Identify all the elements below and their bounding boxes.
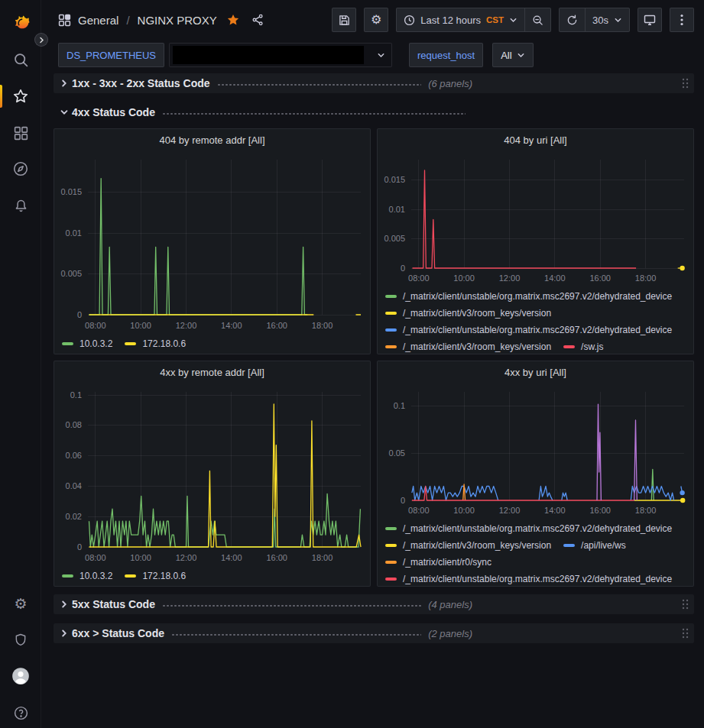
row-1xx-3xx-2xx-status-code[interactable]: 1xx - 3xx - 2xx Status Code (6 panels)	[54, 73, 694, 93]
kebab-menu-button[interactable]	[670, 8, 694, 32]
share-icon[interactable]	[251, 14, 264, 26]
drag-handle-icon[interactable]	[682, 599, 689, 613]
sidebar-item-help[interactable]	[0, 699, 41, 726]
legend-item[interactable]: /_matrix/client/v3/room_keys/version	[385, 338, 551, 354]
panel-header[interactable]: 4xx by remote addr [All]	[54, 361, 370, 383]
sidebar-item-dashboards[interactable]	[0, 119, 41, 147]
panel-header[interactable]: 4xx by uri [All]	[378, 361, 693, 383]
legend-item[interactable]: 10.0.3.2	[62, 568, 112, 584]
legend-series-color	[62, 342, 73, 345]
dashboards-grid-icon	[13, 125, 29, 141]
legend-series-color	[125, 342, 136, 345]
legend-item[interactable]: 172.18.0.6	[125, 568, 186, 584]
legend-item[interactable]: /_matrix/client/unstable/org.matrix.msc2…	[385, 520, 672, 537]
sidebar-item-server-admin[interactable]	[0, 626, 41, 654]
row-dotted-filler	[162, 604, 421, 607]
sidebar-item-starred[interactable]	[0, 83, 41, 110]
svg-text:16:00: 16:00	[266, 553, 287, 562]
row-6xx-status-code[interactable]: 6xx > Status Code (2 panels)	[54, 623, 694, 643]
panel-3: 4xx by uri [All] 00.050.108:0010:0012:00…	[377, 361, 694, 587]
svg-text:08:00: 08:00	[85, 321, 106, 330]
settings-gear-icon: ⚙	[371, 14, 381, 26]
svg-text:10:00: 10:00	[453, 506, 475, 515]
variable-value: All	[501, 50, 511, 61]
drag-handle-icon[interactable]	[682, 78, 689, 92]
chevron-down-icon	[614, 16, 622, 24]
breadcrumb-folder[interactable]: General	[78, 14, 118, 27]
time-range-picker[interactable]: Last 12 hours CST	[397, 8, 524, 31]
refresh-interval-picker[interactable]: 30s	[585, 8, 629, 31]
legend-series-label: /_matrix/client/unstable/org.matrix.msc2…	[403, 325, 672, 335]
dashboard-settings-button[interactable]: ⚙	[364, 8, 388, 32]
svg-text:0.005: 0.005	[60, 269, 82, 278]
row-panel-count: (2 panels)	[428, 628, 472, 639]
svg-text:18:00: 18:00	[635, 273, 657, 283]
save-icon	[339, 15, 350, 26]
time-picker-group: Last 12 hours CST	[396, 8, 551, 32]
variable-select-ds-prometheus[interactable]	[169, 43, 392, 67]
timezone-label: CST	[486, 15, 504, 24]
legend-series-color	[563, 345, 575, 348]
sidebar-item-alerting[interactable]	[0, 192, 41, 219]
tv-monitor-icon	[644, 14, 656, 26]
drag-handle-icon[interactable]	[682, 628, 689, 642]
legend-item[interactable]: /_matrix/client/unstable/org.matrix.msc2…	[385, 288, 672, 305]
chevron-down-icon	[509, 16, 517, 24]
chart-legend: /_matrix/client/unstable/org.matrix.msc2…	[378, 286, 693, 354]
variable-select-request-host[interactable]: All	[492, 43, 533, 67]
chevron-right-icon	[60, 79, 69, 88]
panel-header[interactable]: 404 by remote addr [All]	[54, 129, 370, 150]
svg-text:12:00: 12:00	[176, 321, 197, 330]
chevron-down-icon	[517, 51, 525, 60]
legend-item[interactable]: /_matrix/client/unstable/org.matrix.msc2…	[385, 322, 672, 338]
svg-text:16:00: 16:00	[589, 506, 611, 515]
grafana-logo-icon	[11, 11, 31, 32]
sidebar-item-profile[interactable]	[0, 662, 41, 690]
svg-text:18:00: 18:00	[312, 553, 333, 562]
svg-text:14:00: 14:00	[544, 273, 566, 283]
sidebar-item-search[interactable]	[0, 46, 41, 73]
legend-item[interactable]: /api/live/ws	[563, 537, 626, 554]
legend-item[interactable]: /_matrix/client/r0/sync	[385, 554, 492, 571]
svg-text:16:00: 16:00	[589, 273, 611, 283]
save-dashboard-button[interactable]	[332, 8, 356, 32]
variable-label-request-host[interactable]: request_host	[409, 43, 483, 67]
svg-text:0.05: 0.05	[389, 448, 405, 458]
sidebar-item-configuration[interactable]: ⚙	[0, 590, 41, 617]
legend-series-label: 10.0.3.2	[79, 571, 112, 581]
variable-label-ds-prometheus[interactable]: DS_PROMETHEUS	[58, 43, 164, 67]
legend-item[interactable]: 172.18.0.6	[125, 335, 186, 352]
alerting-bell-icon	[13, 198, 29, 214]
cycle-view-button[interactable]	[637, 8, 662, 32]
legend-item[interactable]: /_matrix/client/v3/room_keys/version	[385, 305, 551, 322]
row-5xx-status-code[interactable]: 5xx Status Code (4 panels)	[54, 594, 694, 614]
legend-item[interactable]: 10.0.3.2	[62, 335, 112, 352]
legend-item[interactable]: /_matrix/client/unstable/org.matrix.msc2…	[385, 571, 672, 586]
svg-text:14:00: 14:00	[544, 506, 566, 515]
time-range-label: Last 12 hours	[420, 15, 481, 26]
row-dotted-filler	[217, 83, 422, 86]
svg-text:0.015: 0.015	[60, 187, 82, 196]
sidebar-expand-button[interactable]	[34, 33, 48, 47]
legend-item[interactable]: /sw.js	[563, 338, 603, 354]
kebab-menu-icon	[680, 14, 683, 26]
svg-text:16:00: 16:00	[266, 321, 287, 330]
legend-item[interactable]: /_matrix/client/v3/room_keys/version	[385, 537, 551, 554]
favorite-star-icon[interactable]	[226, 13, 240, 27]
svg-text:14:00: 14:00	[221, 553, 242, 562]
help-question-icon	[13, 705, 29, 721]
clock-icon	[404, 15, 415, 26]
sidebar-item-explore[interactable]	[0, 155, 41, 183]
chevron-right-icon	[60, 600, 69, 609]
zoom-out-button[interactable]	[524, 8, 550, 31]
panel-header[interactable]: 404 by uri [All]	[378, 129, 693, 150]
svg-text:10:00: 10:00	[130, 553, 151, 562]
grafana-logo[interactable]	[0, 8, 41, 35]
user-avatar	[11, 666, 31, 686]
refresh-button[interactable]	[560, 8, 585, 31]
row-4xx-status-code[interactable]: 4xx Status Code	[54, 102, 694, 122]
legend-series-label: /_matrix/client/v3/room_keys/version	[403, 341, 551, 352]
legend-series-color	[385, 561, 397, 564]
refresh-icon	[566, 15, 578, 26]
svg-text:18:00: 18:00	[312, 321, 333, 330]
